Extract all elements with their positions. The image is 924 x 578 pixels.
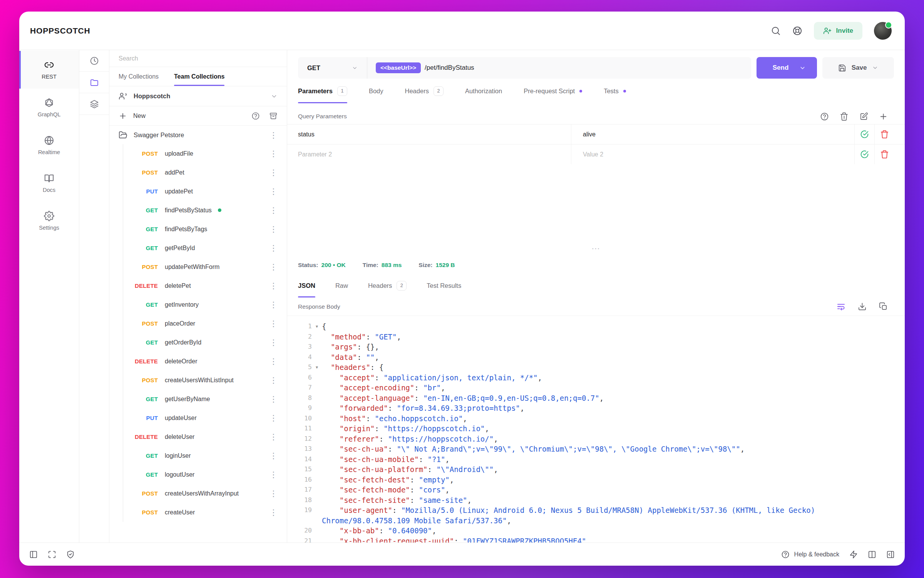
method-select[interactable]: GET	[298, 57, 367, 79]
response-tab-json[interactable]: JSON	[298, 274, 315, 297]
wrap-lines-icon[interactable]	[837, 302, 845, 311]
tab-body[interactable]: Body	[369, 79, 383, 103]
kebab-menu-icon[interactable]: ⋮	[269, 433, 278, 441]
copy-icon[interactable]	[879, 302, 888, 311]
help-circle-icon[interactable]	[820, 112, 829, 121]
url-input[interactable]: <<baseUrl>> /pet/findByStatus	[367, 62, 483, 73]
parameter-delete-button[interactable]	[874, 144, 894, 164]
edit-icon[interactable]	[859, 112, 868, 121]
kebab-menu-icon[interactable]: ⋮	[269, 206, 278, 214]
splitter-handle[interactable]: ⋯	[591, 244, 601, 254]
sidebar-item-realtime[interactable]: Realtime	[19, 126, 79, 164]
delete-all-icon[interactable]	[840, 112, 849, 121]
zap-icon[interactable]	[849, 550, 858, 559]
request-row[interactable]: GETloginUser⋮	[123, 446, 287, 465]
parameter-value-field[interactable]: alive	[571, 124, 854, 144]
kebab-menu-icon[interactable]: ⋮	[269, 168, 278, 176]
kebab-menu-icon[interactable]: ⋮	[269, 376, 278, 384]
parameter-value-field[interactable]: Value 2	[571, 144, 854, 164]
response-tab-test-results[interactable]: Test Results	[427, 274, 461, 297]
request-row[interactable]: PUTupdatePet⋮	[123, 182, 287, 201]
request-row[interactable]: PUTupdateUser⋮	[123, 408, 287, 427]
request-row[interactable]: GETgetPetById⋮	[123, 239, 287, 257]
tab-pre-request-script[interactable]: Pre-request Script	[524, 79, 582, 103]
panel-right-toggle-icon[interactable]	[886, 550, 895, 559]
global-search-button[interactable]	[771, 26, 781, 36]
request-row[interactable]: POSTcreateUsersWithArrayInput⋮	[123, 484, 287, 503]
help-circle-icon[interactable]	[251, 112, 260, 120]
kebab-menu-icon[interactable]: ⋮	[269, 338, 278, 346]
fold-arrow-icon[interactable]: ▾	[312, 321, 322, 332]
request-row[interactable]: DELETEdeletePet⋮	[123, 276, 287, 295]
kebab-menu-icon[interactable]: ⋮	[269, 414, 278, 422]
kebab-menu-icon[interactable]: ⋮	[269, 395, 278, 403]
add-parameter-icon[interactable]	[879, 112, 888, 121]
collections-tab[interactable]	[79, 72, 109, 93]
tab-team-collections[interactable]: Team Collections	[174, 67, 224, 86]
response-tab-raw[interactable]: Raw	[335, 274, 348, 297]
kebab-menu-icon[interactable]: ⋮	[269, 150, 278, 158]
kebab-menu-icon[interactable]: ⋮	[269, 131, 278, 139]
sidebar-item-graphql[interactable]: GraphQL	[19, 89, 79, 126]
sidebar-item-settings[interactable]: Settings	[19, 202, 79, 240]
request-row[interactable]: GETfindPetsByStatus⋮	[123, 201, 287, 220]
tab-authorization[interactable]: Authorization	[465, 79, 502, 103]
parameter-active-toggle[interactable]	[854, 124, 874, 144]
send-button[interactable]: Send	[757, 57, 817, 79]
request-row[interactable]: POSTuploadFile⋮	[123, 144, 287, 163]
team-selector[interactable]: Hoppscotch	[109, 86, 287, 106]
columns-icon[interactable]	[868, 550, 876, 559]
parameter-key-field[interactable]: Parameter 2	[287, 144, 571, 164]
base-url-chip[interactable]: <<baseUrl>>	[376, 62, 421, 73]
kebab-menu-icon[interactable]: ⋮	[269, 225, 278, 233]
parameter-delete-button[interactable]	[874, 124, 894, 144]
response-body-viewer[interactable]: 1▾{2 "method": "GET",3 "args": {},4 "dat…	[287, 316, 905, 543]
request-row[interactable]: POSTaddPet⋮	[123, 163, 287, 182]
request-row[interactable]: POSTupdatePetWithForm⋮	[123, 257, 287, 276]
kebab-menu-icon[interactable]: ⋮	[269, 244, 278, 252]
tab-my-collections[interactable]: My Collections	[119, 67, 159, 86]
history-tab[interactable]	[79, 50, 109, 72]
expand-icon[interactable]	[48, 550, 56, 559]
chevron-down-icon[interactable]	[799, 65, 817, 71]
kebab-menu-icon[interactable]: ⋮	[269, 301, 278, 309]
environments-tab[interactable]	[79, 93, 109, 115]
kebab-menu-icon[interactable]: ⋮	[269, 357, 278, 365]
sidebar-item-docs[interactable]: Docs	[19, 164, 79, 202]
request-row[interactable]: POSTcreateUser⋮	[123, 503, 287, 522]
kebab-menu-icon[interactable]: ⋮	[269, 263, 278, 271]
invite-button[interactable]: Invite	[814, 22, 862, 40]
collections-search-input[interactable]	[119, 55, 278, 62]
kebab-menu-icon[interactable]: ⋮	[269, 319, 278, 328]
download-icon[interactable]	[858, 302, 867, 311]
help-feedback-button[interactable]: Help & feedback	[781, 550, 839, 559]
request-row[interactable]: DELETEdeleteUser⋮	[123, 427, 287, 446]
kebab-menu-icon[interactable]: ⋮	[269, 452, 278, 460]
request-row[interactable]: GETgetInventory⋮	[123, 295, 287, 314]
request-row[interactable]: GETgetUserByName⋮	[123, 390, 287, 408]
kebab-menu-icon[interactable]: ⋮	[269, 187, 278, 195]
kebab-menu-icon[interactable]: ⋮	[269, 282, 278, 290]
support-button[interactable]	[792, 26, 802, 36]
request-row[interactable]: GETfindPetsByTags⋮	[123, 220, 287, 239]
tab-tests[interactable]: Tests	[604, 79, 626, 103]
sidebar-item-rest[interactable]: REST	[19, 51, 79, 89]
request-row[interactable]: POSTcreateUsersWithListInput⋮	[123, 371, 287, 390]
tab-headers[interactable]: Headers2	[405, 79, 444, 103]
panel-left-toggle-icon[interactable]	[29, 550, 38, 559]
archive-icon[interactable]	[269, 112, 278, 120]
request-row[interactable]: GETgetOrderById⋮	[123, 333, 287, 352]
request-row[interactable]: POSTplaceOrder⋮	[123, 314, 287, 333]
shield-check-icon[interactable]	[66, 550, 75, 559]
save-button[interactable]: Save	[822, 57, 894, 79]
request-row[interactable]: DELETEdeleteOrder⋮	[123, 352, 287, 371]
new-collection-button[interactable]: New	[133, 113, 146, 119]
parameter-active-toggle[interactable]	[854, 144, 874, 164]
user-avatar[interactable]	[874, 22, 892, 40]
request-row[interactable]: GETlogoutUser⋮	[123, 465, 287, 484]
fold-arrow-icon[interactable]: ▾	[312, 362, 322, 373]
kebab-menu-icon[interactable]: ⋮	[269, 470, 278, 479]
parameter-key-field[interactable]: status	[287, 124, 571, 144]
tab-parameters[interactable]: Parameters1	[298, 79, 347, 103]
chevron-down-icon[interactable]	[872, 65, 878, 71]
